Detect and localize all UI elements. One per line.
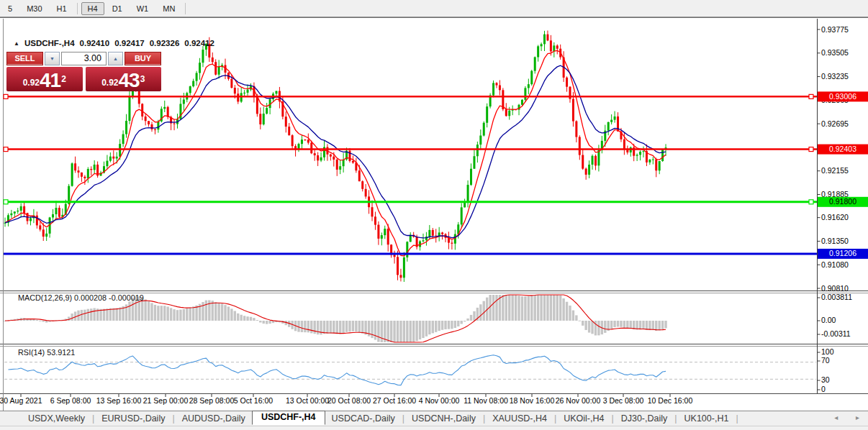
- svg-text:5 Oct 16:00: 5 Oct 16:00: [234, 396, 273, 405]
- quote-symbol: USDCHF-,H4: [24, 39, 75, 47]
- tab-usdchf-h4[interactable]: USDCHF-,H4: [252, 411, 325, 425]
- buy-price-big: 43: [119, 70, 140, 91]
- timeframe-5[interactable]: 5: [1, 2, 19, 15]
- sell-price-big: 41: [40, 70, 60, 91]
- svg-text:0.90810: 0.90810: [821, 284, 849, 293]
- svg-text:0.92403: 0.92403: [829, 145, 856, 153]
- svg-text:3 Dec 08:00: 3 Dec 08:00: [603, 396, 644, 405]
- rsi-label: RSI(14) 53.9121: [18, 348, 75, 357]
- timeframe-mn[interactable]: MN: [156, 2, 181, 15]
- tab-usdcad-daily[interactable]: USDCAD-,Daily: [325, 413, 402, 425]
- svg-text:0.92695: 0.92695: [821, 119, 849, 128]
- toolbar-separator: [185, 3, 186, 14]
- tab-dj30-daily[interactable]: DJ30-,Daily: [615, 413, 674, 425]
- svg-text:27 Oct 16:00: 27 Oct 16:00: [373, 396, 416, 405]
- quote-open: 0.92410: [80, 39, 110, 47]
- quote-high: 0.92417: [114, 39, 145, 47]
- svg-text:0.93235: 0.93235: [821, 72, 849, 81]
- sell-price-prefix: 0.92: [23, 75, 40, 91]
- time-axis: 30 Aug 20216 Sep 08:0013 Sep 16:0021 Sep…: [0, 394, 692, 405]
- svg-text:70: 70: [821, 356, 830, 365]
- macd-label: MACD(12,26,9) 0.000208 -0.000019: [18, 293, 144, 302]
- svg-text:21 Sep 00:00: 21 Sep 00:00: [143, 396, 189, 405]
- svg-text:0: 0: [821, 385, 826, 393]
- svg-text:18 Nov 16:00: 18 Nov 16:00: [510, 396, 555, 405]
- one-click-trade-widget: SELL ▼ 3.00 ▲ BUY 0.92 41 2 0.92 43 3: [6, 52, 161, 91]
- svg-text:28 Sep 08:00: 28 Sep 08:00: [189, 396, 235, 405]
- quote-close: 0.92412: [184, 39, 214, 47]
- tab-eurusd-daily[interactable]: EURUSD-,Daily: [95, 413, 171, 425]
- buy-price-display[interactable]: 0.92 43 3: [86, 67, 162, 91]
- timeframe-m30[interactable]: M30: [20, 2, 48, 15]
- tab-xauusd-h4[interactable]: XAUUSD-,H4: [486, 413, 553, 425]
- svg-text:30: 30: [821, 375, 830, 384]
- sell-price-display[interactable]: 0.92 41 2: [6, 67, 83, 91]
- tab-scroll-right-icon[interactable]: ▸: [856, 413, 859, 421]
- tab-scroll-left-icon[interactable]: ◂: [834, 413, 838, 421]
- timeframe-d1[interactable]: D1: [106, 2, 129, 15]
- status-bar: [0, 426, 868, 430]
- svg-text:4 Nov 00:00: 4 Nov 00:00: [419, 396, 460, 405]
- buy-price-prefix: 0.92: [101, 75, 118, 91]
- svg-text:0.91800: 0.91800: [829, 197, 856, 206]
- svg-text:0.00: 0.00: [821, 316, 836, 324]
- svg-text:13 Sep 16:00: 13 Sep 16:00: [96, 396, 142, 405]
- svg-text:6 Sep 08:00: 6 Sep 08:00: [50, 396, 91, 405]
- svg-text:26 Nov 00:00: 26 Nov 00:00: [556, 396, 601, 405]
- buy-button[interactable]: BUY: [125, 52, 161, 65]
- svg-text:0.92155: 0.92155: [821, 166, 849, 175]
- svg-text:0.91620: 0.91620: [821, 213, 849, 221]
- svg-text:11 Nov 08:00: 11 Nov 08:00: [464, 396, 508, 405]
- svg-text:100: 100: [821, 347, 834, 356]
- svg-text:0.91350: 0.91350: [821, 237, 849, 245]
- tab-audusd-daily[interactable]: AUDUSD-,Daily: [176, 413, 252, 425]
- volume-increase-button[interactable]: ▲: [108, 52, 123, 65]
- chart-window: 0.937750.935050.932350.929650.926950.921…: [0, 17, 868, 411]
- tab-separator: |: [735, 413, 738, 424]
- svg-text:30 Aug 2021: 30 Aug 2021: [0, 396, 42, 405]
- quote-header: ▲ USDCHF-,H4 0.92410 0.92417 0.92326 0.9…: [14, 39, 214, 47]
- svg-text:13 Oct 00:00: 13 Oct 00:00: [286, 396, 329, 405]
- svg-text:-0.00311: -0.00311: [821, 329, 851, 338]
- tab-uk100-h1[interactable]: UK100-,H1: [678, 413, 736, 425]
- quote-low: 0.92326: [150, 39, 180, 47]
- sell-button[interactable]: SELL: [6, 52, 43, 65]
- sell-price-pip: 2: [61, 67, 66, 91]
- svg-text:0.93505: 0.93505: [821, 48, 849, 57]
- svg-text:0.93006: 0.93006: [829, 92, 856, 101]
- svg-text:0.91206: 0.91206: [829, 249, 856, 257]
- tab-usdx-weekly[interactable]: USDX,Weekly: [22, 413, 91, 425]
- svg-text:10 Dec 16:00: 10 Dec 16:00: [648, 396, 693, 405]
- svg-text:0.003811: 0.003811: [821, 293, 852, 301]
- toolbar-separator: [77, 3, 78, 14]
- svg-text:0.91080: 0.91080: [821, 260, 849, 269]
- timeframe-h4[interactable]: H4: [81, 2, 104, 15]
- timeframe-h1[interactable]: H1: [50, 2, 73, 15]
- tab-ukoil-h4[interactable]: UKOil-,H4: [557, 413, 610, 425]
- timeframe-toolbar: 5M30H1H4D1W1MN: [0, 0, 868, 17]
- volume-decrease-button[interactable]: ▼: [45, 52, 60, 65]
- timeframe-w1[interactable]: W1: [130, 2, 155, 15]
- svg-text:0.93775: 0.93775: [821, 25, 849, 34]
- svg-text:20 Oct 08:00: 20 Oct 08:00: [327, 396, 371, 405]
- tab-usdcnh-daily[interactable]: USDCNH-,Daily: [405, 413, 482, 425]
- chart-tab-bar: USDX,Weekly|EURUSD-,Daily|AUDUSD-,DailyU…: [0, 411, 868, 426]
- volume-input[interactable]: 3.00: [61, 52, 107, 65]
- buy-price-pip: 3: [140, 67, 145, 91]
- tab-scroll-arrows: ◂ ▸: [818, 413, 859, 421]
- one-click-collapse-icon[interactable]: ▲: [14, 40, 19, 47]
